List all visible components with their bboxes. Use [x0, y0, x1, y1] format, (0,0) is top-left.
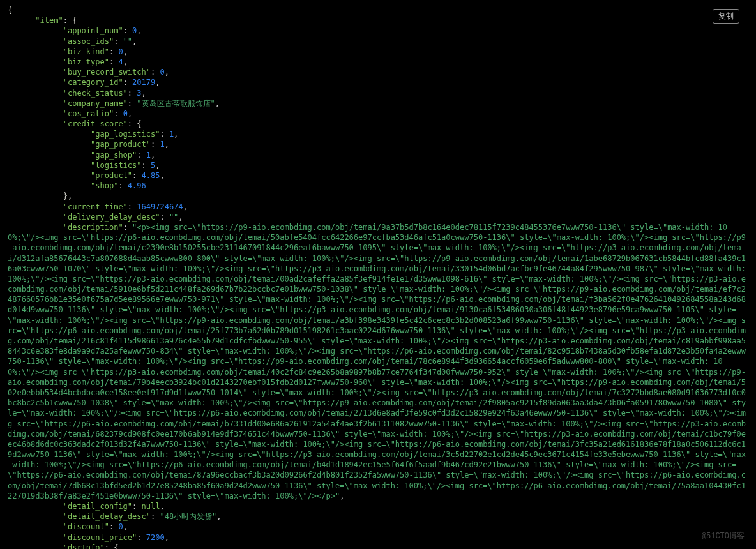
copy-button[interactable]: 复制	[713, 9, 739, 24]
json-code-block: { "item": { "appoint_num": 0, "assoc_ids…	[8, 5, 748, 549]
